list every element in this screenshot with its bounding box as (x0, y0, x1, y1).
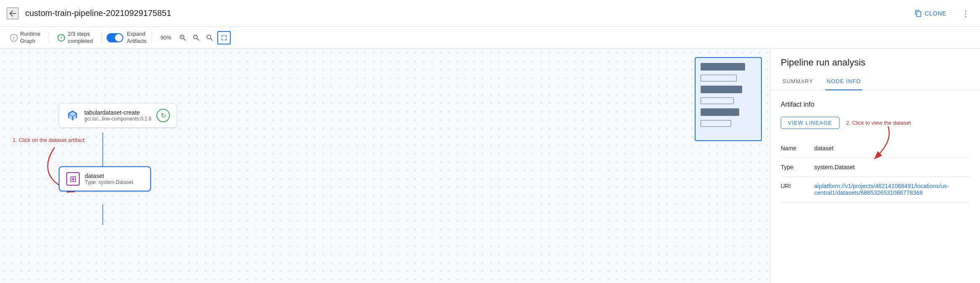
graph-panel[interactable]: 1. Click on the dataset artifact tabular… (0, 49, 770, 283)
grid-icon: ⊞ (66, 172, 80, 186)
zoom-controls: 90% (160, 31, 231, 45)
pipeline-title: custom-train-pipeline-20210929175851 (25, 8, 903, 18)
preview-bar-3 (701, 86, 742, 93)
fullscreen-button[interactable] (217, 31, 231, 45)
node-dataset-text: dataset Type: system.Dataset (85, 173, 143, 185)
connector-line-bottom (101, 204, 105, 225)
steps-completed-item: ✓ 2/3 steps completed (54, 29, 96, 47)
info-value-type: system.Dataset (814, 164, 970, 170)
preview-bar-1 (701, 63, 745, 71)
toggle-knob (115, 34, 122, 42)
info-label-uri: URI (781, 183, 814, 189)
node-dataset-title: dataset (85, 173, 143, 179)
connector-line (101, 133, 105, 170)
more-icon: ⋮ (962, 9, 970, 18)
expand-artifacts-label: Expand Artifacts (127, 31, 146, 45)
main-content: 1. Click on the dataset artifact tabular… (0, 49, 980, 283)
clone-button[interactable]: CLONE (910, 7, 951, 20)
preview-bar-6 (701, 120, 731, 127)
right-panel: Pipeline run analysis SUMMARY NODE INFO … (770, 49, 980, 283)
node-dataset[interactable]: ⊞ dataset Type: system.Dataset (59, 166, 151, 191)
tab-node-info[interactable]: NODE INFO (825, 73, 863, 90)
annotation-arrow-1 (0, 49, 770, 283)
panel-title: Pipeline run analysis (771, 49, 980, 68)
section-title: Artifact info (781, 101, 970, 108)
node-tabulardataset-title: tabulardataset-create (84, 109, 151, 116)
info-icon: i (10, 34, 18, 42)
info-label-name: Name (781, 145, 814, 152)
node-action-button[interactable]: ↻ (156, 109, 170, 122)
runtime-graph-item[interactable]: i Runtime Graph (7, 29, 44, 47)
annotation-1: 1. Click on the dataset artifact (13, 137, 84, 143)
divider-2 (101, 32, 102, 44)
toggle-switch[interactable] (107, 33, 123, 42)
back-button[interactable] (7, 8, 18, 19)
preview-bar-2 (701, 75, 737, 81)
info-row-name: Name dataset (781, 139, 970, 158)
divider-1 (49, 32, 49, 44)
tabs-row: SUMMARY NODE INFO (771, 73, 980, 91)
info-value-uri[interactable]: aiplatform://v1/projects/462141068491/lo… (814, 183, 970, 196)
more-button[interactable]: ⋮ (958, 7, 973, 20)
info-row-uri: URI aiplatform://v1/projects/46214106849… (781, 177, 970, 202)
steps-completed-label: 2/3 steps completed (68, 31, 93, 45)
zoom-out-button[interactable] (190, 32, 202, 44)
tab-summary[interactable]: SUMMARY (781, 73, 815, 90)
zoom-level: 90% (160, 34, 175, 41)
expand-artifacts-toggle[interactable]: Expand Artifacts (107, 31, 146, 45)
top-bar: custom-train-pipeline-20210929175851 CLO… (0, 0, 980, 27)
right-panel-body: Artifact info VIEW LINEAGE 2. Click to v… (771, 91, 980, 283)
annotation-2: 2. Click to view the dataset (846, 120, 911, 126)
info-value-name: dataset (814, 145, 970, 152)
zoom-reset-button[interactable] (204, 32, 216, 44)
runtime-graph-label: Runtime Graph (20, 31, 40, 45)
preview-bar-5 (701, 108, 739, 116)
cube-icon (66, 109, 79, 122)
sub-toolbar: i Runtime Graph ✓ 2/3 steps completed Ex… (0, 27, 980, 49)
preview-bar-4 (701, 97, 734, 104)
node-dataset-subtitle: Type: system.Dataset (85, 179, 143, 185)
check-circle-icon: ✓ (57, 34, 65, 42)
preview-box (695, 57, 762, 141)
clone-label: CLONE (925, 10, 946, 17)
node-tabulardataset-subtitle: gcr.io/...line-components:0.1.6 (84, 116, 151, 122)
view-lineage-button[interactable]: VIEW LINEAGE (781, 117, 839, 129)
zoom-in-button[interactable] (177, 32, 189, 44)
info-label-type: Type (781, 164, 814, 170)
node-tabulardataset-text: tabulardataset-create gcr.io/...line-com… (84, 109, 151, 122)
divider-3 (151, 32, 152, 44)
info-row-type: Type system.Dataset (781, 158, 970, 177)
node-tabulardataset[interactable]: tabulardataset-create gcr.io/...line-com… (59, 103, 177, 128)
